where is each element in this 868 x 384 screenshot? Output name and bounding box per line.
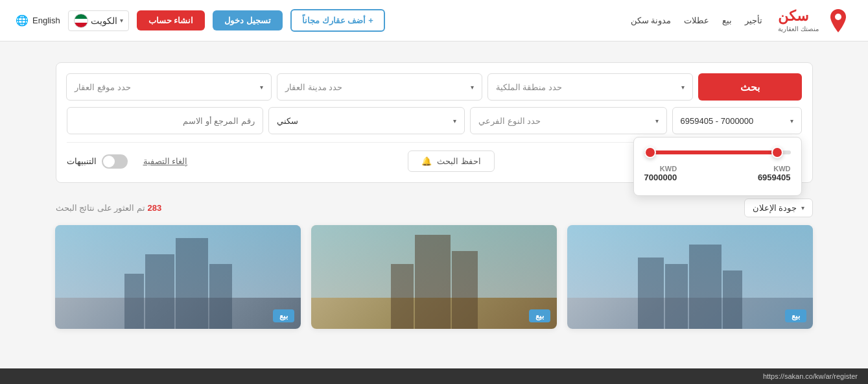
building-block	[176, 238, 208, 329]
property-card[interactable]: بيع	[311, 225, 557, 329]
notifications-toggle-switch[interactable]	[102, 154, 128, 169]
price-min-currency: KWD	[773, 165, 790, 173]
logo-pin-icon	[824, 6, 852, 35]
language-selector[interactable]: English 🌐	[16, 14, 60, 27]
ownership-label: حدد منطقة الملكية	[496, 82, 562, 92]
location-select[interactable]: ▾ حدد موقع العقار	[66, 73, 272, 101]
building-block	[689, 245, 721, 329]
kuwait-flag-icon	[74, 14, 88, 28]
register-button[interactable]: انشاء حساب	[137, 10, 205, 30]
price-max-currency: KWD	[660, 165, 677, 173]
results-count-text: تم العثور على نتائج البحث	[56, 203, 145, 213]
price-slider-track[interactable]	[644, 150, 791, 154]
globe-icon: 🌐	[16, 14, 29, 27]
notifications-label: التنبيهات	[67, 156, 97, 166]
logo-area: سكن منصتك العقارية	[778, 6, 852, 35]
ownership-select[interactable]: ▾ حدد منطقة الملكية	[487, 73, 693, 101]
chevron-down-icon: ▾	[681, 84, 685, 91]
country-selector[interactable]: ▾ الكويت	[68, 10, 129, 31]
chevron-down-icon: ▾	[801, 204, 804, 211]
search-row-2: ▾ 7000000 - 6959405 KWD 6959405	[67, 107, 802, 134]
chevron-down-icon: ▾	[120, 17, 123, 24]
city-select[interactable]: ▾ حدد مدينة العقار	[277, 73, 482, 101]
chevron-down-icon: ▾	[471, 84, 474, 91]
price-min-value: 6959405	[758, 173, 791, 182]
card-badge: بيع	[273, 309, 294, 322]
header-right: سكن منصتك العقارية تأجير بيع عطلات مدونة…	[631, 6, 852, 35]
main-content: بحث ▾ حدد منطقة الملكية ▾ حدد مدينة العق…	[45, 42, 823, 350]
building-silhouette	[311, 235, 557, 329]
save-search-button[interactable]: احفظ البحث 🔔	[408, 150, 495, 172]
building-silhouette	[55, 238, 301, 329]
nav-link-vacations[interactable]: عطلات	[684, 16, 709, 25]
search-row-1: بحث ▾ حدد منطقة الملكية ▾ حدد مدينة العق…	[67, 73, 802, 101]
type-value: سكني	[277, 116, 298, 126]
results-header: ▾ جودة الإعلان 283 تم العثور على نتائج ا…	[56, 198, 813, 217]
card-badge: بيع	[785, 309, 806, 322]
building-block	[723, 270, 742, 329]
subtype-label: حدد النوع الفرعي	[478, 116, 541, 126]
property-cards-row: بيع بيع	[56, 225, 813, 329]
city-label: حدد مدينة العقار	[285, 82, 342, 92]
building-block	[415, 235, 451, 329]
nav-link-blog[interactable]: مدونة سكن	[631, 16, 672, 25]
building-block	[638, 258, 664, 329]
price-range-wrapper: ▾ 7000000 - 6959405 KWD 6959405	[672, 107, 802, 134]
price-range-display: 7000000 - 6959405	[681, 116, 754, 126]
property-card[interactable]: بيع	[567, 225, 813, 329]
sort-label: جودة الإعلان	[753, 203, 797, 213]
card-badge: بيع	[529, 309, 550, 322]
price-slider-thumb-right[interactable]	[771, 147, 783, 158]
building-block	[145, 254, 174, 329]
nav-link-rent[interactable]: تأجير	[745, 16, 762, 25]
building-block	[452, 251, 478, 329]
bell-icon: 🔔	[421, 156, 432, 166]
language-label: English	[32, 16, 60, 25]
type-select[interactable]: ▾ سكني	[268, 107, 465, 134]
nav-link-buy[interactable]: بيع	[722, 16, 732, 25]
logo-sub-text: منصتك العقارية	[778, 25, 819, 33]
search-section: بحث ▾ حدد منطقة الملكية ▾ حدد مدينة العق…	[56, 62, 813, 183]
subtype-select[interactable]: ▾ حدد النوع الفرعي	[470, 107, 666, 134]
price-labels: KWD 6959405 KWD 7000000	[644, 165, 791, 182]
save-search-label: احفظ البحث	[437, 156, 481, 166]
price-slider-fill	[644, 150, 784, 154]
building-silhouette	[567, 245, 813, 329]
login-button[interactable]: تسجيل دخول	[213, 10, 283, 30]
chevron-down-icon: ▾	[453, 117, 456, 125]
chevron-down-icon: ▾	[655, 117, 659, 125]
building-block	[124, 274, 144, 329]
header: سكن منصتك العقارية تأجير بيع عطلات مدونة…	[0, 0, 868, 42]
filter-actions-right: إلغاء التصفية التنبيهات	[67, 154, 188, 169]
building-block	[665, 264, 688, 329]
notifications-toggle: التنبيهات	[67, 154, 128, 169]
price-max-label: KWD 7000000	[644, 165, 677, 182]
logo-text: سكن منصتك العقارية	[778, 8, 819, 32]
card-image: بيع	[55, 225, 301, 329]
ref-name-input[interactable]	[67, 107, 263, 134]
card-image: بيع	[311, 225, 557, 329]
plus-icon: +	[368, 16, 373, 25]
price-max-value: 7000000	[644, 173, 677, 182]
building-block	[209, 264, 232, 329]
sort-dropdown[interactable]: ▾ جودة الإعلان	[744, 198, 813, 217]
location-label: حدد موقع العقار	[75, 82, 130, 92]
country-label: الكويت	[91, 16, 117, 26]
price-min-label: KWD 6959405	[758, 165, 791, 182]
results-count-number: 283	[148, 203, 162, 213]
chevron-down-icon: ▾	[790, 117, 793, 125]
logo-main-text: سكن	[778, 8, 808, 25]
add-property-label: أضف عقارك مجاناً	[302, 16, 366, 25]
header-left: + أضف عقارك مجاناً تسجيل دخول انشاء حساب…	[16, 9, 385, 32]
clear-filters-link[interactable]: إلغاء التصفية	[143, 156, 188, 166]
property-card[interactable]: بيع	[55, 225, 301, 329]
price-dropdown: KWD 6959405 KWD 7000000	[633, 137, 802, 196]
price-slider-thumb-left[interactable]	[644, 147, 656, 158]
chevron-down-icon: ▾	[260, 84, 263, 91]
search-button[interactable]: بحث	[698, 73, 802, 101]
svg-point-0	[835, 14, 841, 20]
nav-links: تأجير بيع عطلات مدونة سكن	[631, 16, 763, 25]
card-image: بيع	[567, 225, 813, 329]
add-property-button[interactable]: + أضف عقارك مجاناً	[290, 9, 385, 32]
price-range-select[interactable]: ▾ 7000000 - 6959405	[672, 107, 802, 134]
